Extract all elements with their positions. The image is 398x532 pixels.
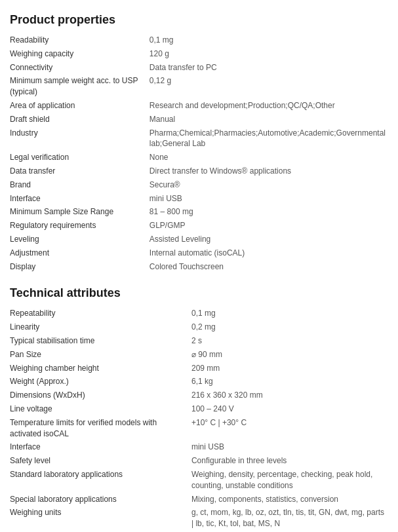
table-row: Interfacemini USB [10,192,388,206]
property-label: Connectivity [10,61,149,75]
property-label: Weighing capacity [10,47,149,61]
property-label: Data transfer [10,164,149,178]
table-row: IndustryPharma;Chemical;Pharmacies;Autom… [10,126,388,151]
property-label: Weighing chamber height [10,362,191,375]
property-label: Standard laboratory applications [10,468,191,493]
property-label: Draft shield [10,113,149,126]
section-0: Product propertiesReadability0,1 mgWeigh… [10,13,388,273]
property-label: Display [10,260,149,274]
property-label: Pan Size [10,348,191,362]
property-value: None [149,151,388,164]
table-row: Repeatability0,1 mg [10,307,388,320]
property-value: 81 – 800 mg [149,205,388,219]
property-value: ⌀ 90 mm [191,348,388,362]
table-row: Linearity0,2 mg [10,320,388,334]
property-value: 0,1 mg [149,33,388,47]
property-value: Mixing, components, statistics, conversi… [191,493,388,506]
table-row: Weight (Approx.)6,1 kg [10,375,388,389]
table-row: Typical stabilisation time2 s [10,334,388,348]
table-row: Line voltage100 – 240 V [10,402,388,416]
property-value: 216 x 360 x 320 mm [191,389,388,402]
property-value: 0,1 mg [191,307,388,320]
property-label: Minimum sample weight acc. to USP (typic… [10,74,149,99]
table-row: Weighing chamber height209 mm [10,362,388,375]
property-value: 2 s [191,334,388,348]
table-row: Area of applicationResearch and developm… [10,99,388,113]
property-value: Configurable in three levels [191,454,388,468]
property-value: 0,2 mg [191,320,388,334]
property-label: Temperature limits for verified models w… [10,416,191,441]
property-value: Pharma;Chemical;Pharmacies;Automotive;Ac… [149,126,388,151]
table-row: Draft shieldManual [10,113,388,126]
property-label: Adjustment [10,246,149,260]
property-label: Minimum Sample Size Range [10,205,149,219]
property-value: 120 g [149,47,388,61]
property-label: Special laboratory applications [10,493,191,506]
table-row: Dimensions (WxDxH)216 x 360 x 320 mm [10,389,388,402]
property-label: Area of application [10,99,149,113]
property-label: Readability [10,33,149,47]
property-label: Repeatability [10,307,191,320]
property-value: Internal automatic (isoCAL) [149,246,388,260]
property-value: mini USB [149,192,388,206]
property-value: Colored Touchscreen [149,260,388,274]
property-label: Interface [10,192,149,206]
table-row: LevelingAssisted Leveling [10,233,388,246]
property-value: Secura® [149,178,388,192]
properties-table-0: Readability0,1 mgWeighing capacity120 gC… [10,33,388,273]
property-value: 100 – 240 V [191,402,388,416]
table-row: Temperature limits for verified models w… [10,416,388,441]
table-row: BrandSecura® [10,178,388,192]
table-row: Interfacemini USB [10,440,388,454]
table-row: Data transferDirect transfer to Windows®… [10,164,388,178]
property-value: 209 mm [191,362,388,375]
property-label: Dimensions (WxDxH) [10,389,191,402]
table-row: Minimum Sample Size Range81 – 800 mg [10,205,388,219]
property-label: Safety level [10,454,191,468]
table-row: DisplayColored Touchscreen [10,260,388,274]
table-row: Pan Size⌀ 90 mm [10,348,388,362]
property-value: Weighing, density, percentage, checking,… [191,468,388,493]
property-value: g, ct, mom, kg, lb, oz, ozt, tln, tis, t… [191,506,388,531]
property-value: GLP/GMP [149,219,388,233]
table-row: Minimum sample weight acc. to USP (typic… [10,74,388,99]
property-label: Industry [10,126,149,151]
table-row: Standard laboratory applicationsWeighing… [10,468,388,493]
table-row: Special laboratory applicationsMixing, c… [10,493,388,506]
property-label: Legal verification [10,151,149,164]
property-value: 6,1 kg [191,375,388,389]
property-label: Regulatory requirements [10,219,149,233]
property-value: Data transfer to PC [149,61,388,75]
property-value: Manual [149,113,388,126]
table-row: ConnectivityData transfer to PC [10,61,388,75]
property-label: Weight (Approx.) [10,375,191,389]
property-label: Weighing units [10,506,191,531]
table-row: AdjustmentInternal automatic (isoCAL) [10,246,388,260]
property-value: Research and development;Production;QC/Q… [149,99,388,113]
property-label: Interface [10,440,191,454]
property-value: Direct transfer to Windows® applications [149,164,388,178]
property-label: Leveling [10,233,149,246]
section-title-1: Technical attributes [10,286,388,300]
table-row: Readability0,1 mg [10,33,388,47]
table-row: Weighing capacity120 g [10,47,388,61]
property-label: Typical stabilisation time [10,334,191,348]
property-label: Linearity [10,320,191,334]
property-value: mini USB [191,440,388,454]
property-value: Assisted Leveling [149,233,388,246]
table-row: Weighing unitsg, ct, mom, kg, lb, oz, oz… [10,506,388,531]
table-row: Legal verificationNone [10,151,388,164]
table-row: Safety levelConfigurable in three levels [10,454,388,468]
property-value: +10° C | +30° C [191,416,388,441]
property-label: Line voltage [10,402,191,416]
property-label: Brand [10,178,149,192]
section-title-0: Product properties [10,13,388,27]
properties-table-1: Repeatability0,1 mgLinearity0,2 mgTypica… [10,307,388,532]
property-value: 0,12 g [149,74,388,99]
table-row: Regulatory requirementsGLP/GMP [10,219,388,233]
section-1: Technical attributesRepeatability0,1 mgL… [10,286,388,532]
page-content: Product propertiesReadability0,1 mgWeigh… [10,13,388,532]
